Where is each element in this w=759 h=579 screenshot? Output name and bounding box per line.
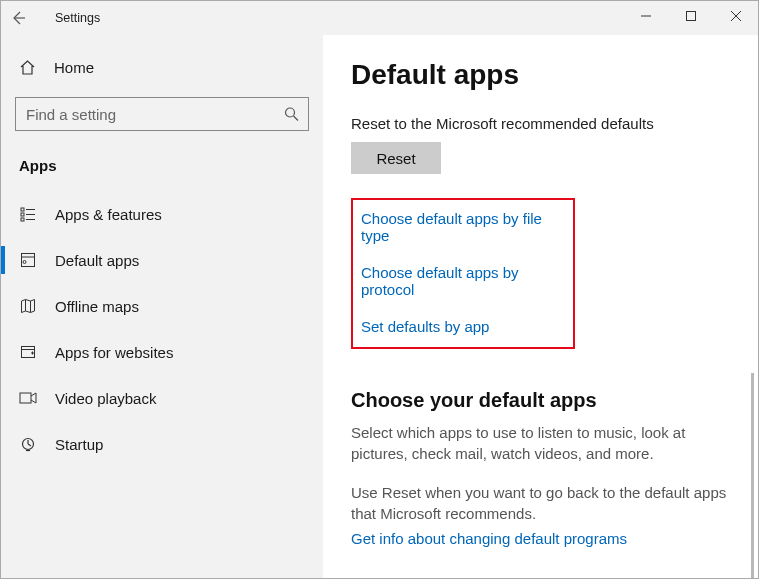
svg-rect-13 (22, 254, 35, 267)
page-title: Default apps (351, 59, 740, 91)
sidebar-item-label: Offline maps (55, 298, 323, 315)
sidebar-item-offline-maps[interactable]: Offline maps (1, 286, 323, 326)
sidebar-item-apps-features[interactable]: Apps & features (1, 194, 323, 234)
link-default-by-protocol[interactable]: Choose default apps by protocol (361, 264, 561, 298)
svg-line-6 (294, 116, 299, 121)
home-label: Home (54, 59, 94, 76)
svg-line-23 (28, 444, 31, 446)
sidebar-item-startup[interactable]: Startup (1, 424, 323, 464)
reset-description: Reset to the Microsoft recommended defau… (351, 115, 740, 132)
sidebar-item-label: Apps for websites (55, 344, 323, 361)
sidebar-item-label: Video playback (55, 390, 323, 407)
home-nav[interactable]: Home (1, 47, 323, 87)
section-paragraph-2: Use Reset when you want to go back to th… (351, 482, 731, 524)
svg-rect-2 (686, 12, 695, 21)
sidebar-item-video-playback[interactable]: Video playback (1, 378, 323, 418)
link-get-info[interactable]: Get info about changing default programs (351, 530, 627, 547)
reset-button[interactable]: Reset (351, 142, 441, 174)
minimize-button[interactable] (623, 1, 668, 31)
svg-rect-7 (21, 208, 24, 211)
map-icon (19, 298, 37, 314)
maximize-button[interactable] (668, 1, 713, 31)
sidebar-item-apps-websites[interactable]: Apps for websites (1, 332, 323, 372)
window-title: Settings (55, 11, 100, 25)
content-area: Default apps Reset to the Microsoft reco… (323, 35, 758, 578)
search-input[interactable] (15, 97, 309, 131)
link-default-by-filetype[interactable]: Choose default apps by file type (361, 210, 561, 244)
sidebar-item-label: Default apps (55, 252, 323, 269)
defaults-icon (19, 252, 37, 268)
link-set-defaults-by-app[interactable]: Set defaults by app (361, 318, 561, 335)
svg-rect-20 (20, 393, 31, 403)
category-header: Apps (1, 143, 323, 182)
close-button[interactable] (713, 1, 758, 31)
sidebar-item-label: Startup (55, 436, 323, 453)
video-icon (19, 391, 37, 405)
list-icon (19, 206, 37, 222)
links-highlight-box: Choose default apps by file type Choose … (351, 198, 575, 349)
home-icon (19, 59, 36, 76)
startup-icon (19, 436, 37, 452)
svg-point-15 (23, 261, 26, 264)
back-button[interactable] (1, 1, 35, 35)
svg-point-5 (286, 108, 295, 117)
scrollbar[interactable] (751, 373, 754, 578)
svg-rect-9 (21, 213, 24, 216)
section-title: Choose your default apps (351, 389, 740, 412)
website-icon (19, 344, 37, 360)
sidebar-item-default-apps[interactable]: Default apps (1, 240, 323, 280)
section-paragraph-1: Select which apps to use to listen to mu… (351, 422, 731, 464)
search-icon (284, 107, 299, 122)
svg-rect-11 (21, 218, 24, 221)
sidebar: Home Apps Apps & features Default apps O… (1, 35, 323, 578)
sidebar-item-label: Apps & features (55, 206, 323, 223)
